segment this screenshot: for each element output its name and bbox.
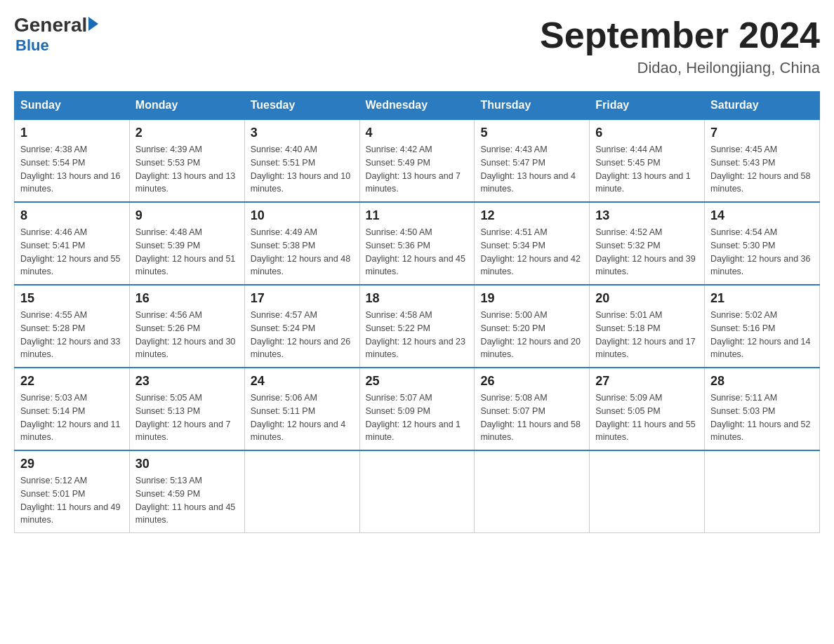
day-info: Sunrise: 5:02 AMSunset: 5:16 PMDaylight:…	[710, 309, 814, 361]
day-info: Sunrise: 4:48 AMSunset: 5:39 PMDaylight:…	[135, 226, 239, 279]
day-number: 1	[20, 126, 124, 140]
day-number: 24	[251, 374, 354, 389]
day-info: Sunrise: 5:09 AMSunset: 5:05 PMDaylight:…	[595, 391, 699, 444]
calendar-cell: 11Sunrise: 4:50 AMSunset: 5:36 PMDayligh…	[359, 202, 475, 285]
week-row-5: 29Sunrise: 5:12 AMSunset: 5:01 PMDayligh…	[15, 450, 820, 533]
day-number: 11	[366, 208, 469, 223]
day-number: 17	[251, 291, 354, 306]
calendar-cell: 14Sunrise: 4:54 AMSunset: 5:30 PMDayligh…	[705, 202, 820, 285]
calendar-cell: 25Sunrise: 5:07 AMSunset: 5:09 PMDayligh…	[359, 368, 475, 450]
day-number: 20	[595, 291, 699, 306]
day-number: 28	[710, 374, 814, 389]
day-number: 6	[595, 126, 699, 140]
day-info: Sunrise: 4:56 AMSunset: 5:26 PMDaylight:…	[135, 309, 239, 361]
day-number: 12	[480, 208, 583, 223]
header-saturday: Saturday	[705, 92, 820, 120]
day-info: Sunrise: 5:12 AMSunset: 5:01 PMDaylight:…	[20, 474, 124, 527]
calendar-cell: 23Sunrise: 5:05 AMSunset: 5:13 PMDayligh…	[129, 368, 244, 450]
day-info: Sunrise: 4:55 AMSunset: 5:28 PMDaylight:…	[20, 309, 124, 361]
day-info: Sunrise: 4:38 AMSunset: 5:54 PMDaylight:…	[20, 143, 124, 196]
day-number: 9	[135, 208, 239, 223]
day-number: 16	[135, 291, 239, 306]
logo-arrow-icon	[88, 17, 98, 31]
logo-text: General	[14, 14, 98, 36]
day-number: 26	[480, 374, 583, 389]
calendar-cell: 12Sunrise: 4:51 AMSunset: 5:34 PMDayligh…	[475, 202, 590, 285]
calendar-cell: 19Sunrise: 5:00 AMSunset: 5:20 PMDayligh…	[475, 285, 590, 368]
calendar-cell: 1Sunrise: 4:38 AMSunset: 5:54 PMDaylight…	[15, 119, 130, 202]
day-number: 5	[480, 126, 583, 140]
day-info: Sunrise: 4:50 AMSunset: 5:36 PMDaylight:…	[366, 226, 469, 279]
day-number: 10	[251, 208, 354, 223]
day-info: Sunrise: 4:40 AMSunset: 5:51 PMDaylight:…	[251, 143, 354, 196]
month-title: September 2024	[540, 14, 820, 56]
day-number: 8	[20, 208, 124, 223]
calendar-cell	[359, 450, 475, 533]
calendar-cell: 10Sunrise: 4:49 AMSunset: 5:38 PMDayligh…	[244, 202, 359, 285]
day-info: Sunrise: 5:08 AMSunset: 5:07 PMDaylight:…	[480, 391, 583, 444]
calendar-cell	[590, 450, 705, 533]
day-info: Sunrise: 5:13 AMSunset: 4:59 PMDaylight:…	[135, 474, 239, 527]
day-number: 2	[135, 126, 239, 140]
calendar-cell: 8Sunrise: 4:46 AMSunset: 5:41 PMDaylight…	[15, 202, 130, 285]
day-info: Sunrise: 5:06 AMSunset: 5:11 PMDaylight:…	[251, 391, 354, 444]
calendar-cell: 21Sunrise: 5:02 AMSunset: 5:16 PMDayligh…	[705, 285, 820, 368]
calendar-cell: 2Sunrise: 4:39 AMSunset: 5:53 PMDaylight…	[129, 119, 244, 202]
title-area: September 2024 Didao, Heilongjiang, Chin…	[540, 14, 820, 77]
calendar-cell: 5Sunrise: 4:43 AMSunset: 5:47 PMDaylight…	[475, 119, 590, 202]
day-info: Sunrise: 4:49 AMSunset: 5:38 PMDaylight:…	[251, 226, 354, 279]
day-info: Sunrise: 4:43 AMSunset: 5:47 PMDaylight:…	[480, 143, 583, 196]
calendar-cell: 20Sunrise: 5:01 AMSunset: 5:18 PMDayligh…	[590, 285, 705, 368]
header-wednesday: Wednesday	[359, 92, 475, 120]
logo-blue: Blue	[15, 36, 49, 55]
day-info: Sunrise: 4:54 AMSunset: 5:30 PMDaylight:…	[710, 226, 814, 279]
calendar-cell: 13Sunrise: 4:52 AMSunset: 5:32 PMDayligh…	[590, 202, 705, 285]
day-info: Sunrise: 4:46 AMSunset: 5:41 PMDaylight:…	[20, 226, 124, 279]
location-title: Didao, Heilongjiang, China	[540, 59, 820, 77]
calendar-cell: 26Sunrise: 5:08 AMSunset: 5:07 PMDayligh…	[475, 368, 590, 450]
header-tuesday: Tuesday	[244, 92, 359, 120]
page-header: General Blue September 2024 Didao, Heilo…	[14, 14, 820, 77]
calendar-cell: 3Sunrise: 4:40 AMSunset: 5:51 PMDaylight…	[244, 119, 359, 202]
day-number: 18	[366, 291, 469, 306]
day-info: Sunrise: 5:11 AMSunset: 5:03 PMDaylight:…	[710, 391, 814, 444]
day-number: 27	[595, 374, 699, 389]
calendar-cell: 29Sunrise: 5:12 AMSunset: 5:01 PMDayligh…	[15, 450, 130, 533]
day-number: 3	[251, 126, 354, 140]
day-number: 19	[480, 291, 583, 306]
week-row-2: 8Sunrise: 4:46 AMSunset: 5:41 PMDaylight…	[15, 202, 820, 285]
day-info: Sunrise: 5:01 AMSunset: 5:18 PMDaylight:…	[595, 309, 699, 361]
day-info: Sunrise: 5:03 AMSunset: 5:14 PMDaylight:…	[20, 391, 124, 444]
day-info: Sunrise: 5:05 AMSunset: 5:13 PMDaylight:…	[135, 391, 239, 444]
calendar-cell: 16Sunrise: 4:56 AMSunset: 5:26 PMDayligh…	[129, 285, 244, 368]
day-number: 13	[595, 208, 699, 223]
calendar-cell: 9Sunrise: 4:48 AMSunset: 5:39 PMDaylight…	[129, 202, 244, 285]
logo-general: General	[14, 14, 87, 36]
day-info: Sunrise: 5:07 AMSunset: 5:09 PMDaylight:…	[366, 391, 469, 444]
header-friday: Friday	[590, 92, 705, 120]
day-number: 25	[366, 374, 469, 389]
header-thursday: Thursday	[475, 92, 590, 120]
calendar-cell: 7Sunrise: 4:45 AMSunset: 5:43 PMDaylight…	[705, 119, 820, 202]
weekday-header-row: Sunday Monday Tuesday Wednesday Thursday…	[15, 92, 820, 120]
calendar-table: Sunday Monday Tuesday Wednesday Thursday…	[14, 91, 820, 533]
day-number: 29	[20, 457, 124, 471]
week-row-3: 15Sunrise: 4:55 AMSunset: 5:28 PMDayligh…	[15, 285, 820, 368]
calendar-cell: 17Sunrise: 4:57 AMSunset: 5:24 PMDayligh…	[244, 285, 359, 368]
calendar-cell: 28Sunrise: 5:11 AMSunset: 5:03 PMDayligh…	[705, 368, 820, 450]
calendar-cell	[705, 450, 820, 533]
calendar-cell	[475, 450, 590, 533]
day-number: 14	[710, 208, 814, 223]
day-info: Sunrise: 4:51 AMSunset: 5:34 PMDaylight:…	[480, 226, 583, 279]
logo: General Blue	[14, 14, 98, 55]
day-number: 23	[135, 374, 239, 389]
day-number: 15	[20, 291, 124, 306]
header-monday: Monday	[129, 92, 244, 120]
calendar-cell: 4Sunrise: 4:42 AMSunset: 5:49 PMDaylight…	[359, 119, 475, 202]
day-number: 21	[710, 291, 814, 306]
calendar-cell: 27Sunrise: 5:09 AMSunset: 5:05 PMDayligh…	[590, 368, 705, 450]
calendar-cell: 15Sunrise: 4:55 AMSunset: 5:28 PMDayligh…	[15, 285, 130, 368]
calendar-cell: 24Sunrise: 5:06 AMSunset: 5:11 PMDayligh…	[244, 368, 359, 450]
day-number: 7	[710, 126, 814, 140]
day-info: Sunrise: 4:57 AMSunset: 5:24 PMDaylight:…	[251, 309, 354, 361]
